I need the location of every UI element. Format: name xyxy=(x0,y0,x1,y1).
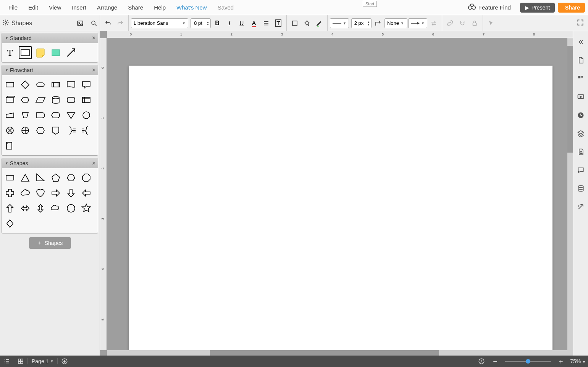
zoom-out-icon[interactable]: − xyxy=(488,356,502,367)
shape-plus[interactable] xyxy=(3,187,16,200)
list-view-icon[interactable] xyxy=(0,356,14,367)
group-header-flowchart[interactable]: ▼ Flowchart × xyxy=(2,65,98,75)
shape-note-teal[interactable] xyxy=(49,46,62,59)
line-width-arrows[interactable]: ▲▼ xyxy=(366,21,371,26)
dock-layers-icon[interactable] xyxy=(573,124,588,143)
zoom-in-icon[interactable]: ＋ xyxy=(554,356,568,367)
shape-rectangle[interactable] xyxy=(19,46,32,59)
scrollbar-thumb[interactable] xyxy=(567,46,573,153)
shape-arrow-ud[interactable] xyxy=(34,202,47,215)
zoom-slider-handle[interactable] xyxy=(526,359,530,364)
group-header-standard[interactable]: ▼ Standard × xyxy=(2,33,98,43)
menu-edit[interactable]: Edit xyxy=(23,2,44,13)
underline-icon[interactable]: U xyxy=(236,18,247,29)
menu-file[interactable]: File xyxy=(3,2,23,13)
line-style-select[interactable]: ▼ xyxy=(330,18,349,28)
shape-sort[interactable] xyxy=(34,124,47,137)
page-selector[interactable]: Page 1 ▼ xyxy=(27,358,58,364)
shape-parallelogram[interactable] xyxy=(34,93,47,106)
fullscreen-button[interactable] xyxy=(573,19,588,28)
vertical-scrollbar[interactable] xyxy=(567,38,573,350)
shape-sum[interactable] xyxy=(3,124,16,137)
search-icon[interactable] xyxy=(88,18,100,29)
shape-display[interactable] xyxy=(49,109,62,122)
shape-tri[interactable] xyxy=(19,171,32,184)
shape-connector[interactable] xyxy=(80,109,93,122)
dock-master-icon[interactable] xyxy=(573,69,588,88)
shape-process[interactable] xyxy=(3,78,16,91)
shape-star[interactable] xyxy=(80,202,93,215)
shape-delay[interactable] xyxy=(34,109,47,122)
bold-icon[interactable]: B xyxy=(212,18,223,29)
dock-document-icon[interactable] xyxy=(573,143,588,161)
font-size-arrows[interactable]: ▲▼ xyxy=(205,21,210,26)
line-width-spinner[interactable]: ▲▼ xyxy=(351,18,372,28)
text-color-icon[interactable]: A xyxy=(248,18,260,29)
shape-brace-r[interactable] xyxy=(65,124,78,137)
font-size-input[interactable] xyxy=(191,20,205,26)
shape-diamond[interactable] xyxy=(3,217,16,230)
shape-note-yellow[interactable] xyxy=(34,46,47,59)
shape-hex[interactable] xyxy=(65,171,78,184)
font-size-spinner[interactable]: ▲▼ xyxy=(191,18,211,28)
shape-merge[interactable] xyxy=(65,109,78,122)
dock-history-icon[interactable] xyxy=(573,106,588,124)
menu-arrange[interactable]: Arrange xyxy=(92,2,123,13)
shape-predef[interactable] xyxy=(49,78,62,91)
close-icon[interactable]: × xyxy=(92,35,95,42)
menu-help[interactable]: Help xyxy=(149,2,171,13)
zoom-slider[interactable] xyxy=(505,361,551,362)
shape-arrow-lr[interactable] xyxy=(19,202,32,215)
shape-rect[interactable] xyxy=(3,171,16,184)
shape-stored[interactable] xyxy=(65,93,78,106)
feature-find-button[interactable]: Feature Find xyxy=(463,1,515,14)
dock-present-icon[interactable] xyxy=(573,88,588,106)
grid-view-icon[interactable] xyxy=(14,356,27,367)
shape-offpage[interactable] xyxy=(49,124,62,137)
undo-icon[interactable] xyxy=(102,18,114,29)
shape-terminator[interactable] xyxy=(34,78,47,91)
shape-or[interactable] xyxy=(19,124,32,137)
dock-collapse-icon[interactable] xyxy=(573,33,588,51)
horizontal-scrollbar[interactable] xyxy=(107,350,573,356)
zoom-value[interactable]: 75% ▼ xyxy=(568,358,588,364)
accessibility-icon[interactable]: A xyxy=(475,356,488,367)
shape-arrow-d[interactable] xyxy=(65,187,78,200)
scrollbar-thumb[interactable] xyxy=(210,350,439,356)
menu-whats-new[interactable]: What's New xyxy=(171,2,212,13)
shape-heart[interactable] xyxy=(34,187,47,200)
shape-arrow-u[interactable] xyxy=(3,202,16,215)
shape-callout[interactable] xyxy=(80,78,93,91)
present-button[interactable]: ▶ Present xyxy=(520,3,555,13)
insert-image-icon[interactable] xyxy=(74,18,86,29)
shape-prep[interactable] xyxy=(19,93,32,106)
menu-share[interactable]: Share xyxy=(123,2,149,13)
text-box-icon[interactable]: T xyxy=(273,18,284,29)
border-color-icon[interactable] xyxy=(289,18,300,29)
arrow-end-select[interactable]: ▼ xyxy=(408,18,427,28)
group-header-shapes[interactable]: ▼ Shapes × xyxy=(2,158,98,168)
shape-brace-l[interactable] xyxy=(80,124,93,137)
gear-icon[interactable] xyxy=(2,19,9,27)
align-icon[interactable] xyxy=(260,18,272,29)
shape-database[interactable] xyxy=(49,93,62,106)
close-icon[interactable]: × xyxy=(92,67,95,74)
dock-page-icon[interactable] xyxy=(573,51,588,69)
drawing-canvas[interactable] xyxy=(129,66,552,356)
arrow-start-select[interactable]: None▼ xyxy=(384,18,407,28)
dock-lasers-icon[interactable] xyxy=(573,198,588,216)
shape-arrow-l[interactable] xyxy=(80,187,93,200)
shape-cloud[interactable] xyxy=(19,187,32,200)
shape-decision[interactable] xyxy=(19,78,32,91)
shape-manual-op[interactable] xyxy=(19,109,32,122)
shape-manual-in[interactable] xyxy=(3,109,16,122)
shape-circle[interactable] xyxy=(65,202,78,215)
shape-data-in[interactable] xyxy=(3,93,16,106)
shape-right-tri[interactable] xyxy=(34,171,47,184)
shape-note-corner[interactable] xyxy=(3,139,16,152)
dock-data-icon[interactable] xyxy=(573,179,588,198)
add-page-icon[interactable] xyxy=(58,356,71,367)
shape-arrow-r[interactable] xyxy=(49,187,62,200)
shape-arrow-diagonal[interactable] xyxy=(65,46,78,59)
menu-insert[interactable]: Insert xyxy=(66,2,92,13)
